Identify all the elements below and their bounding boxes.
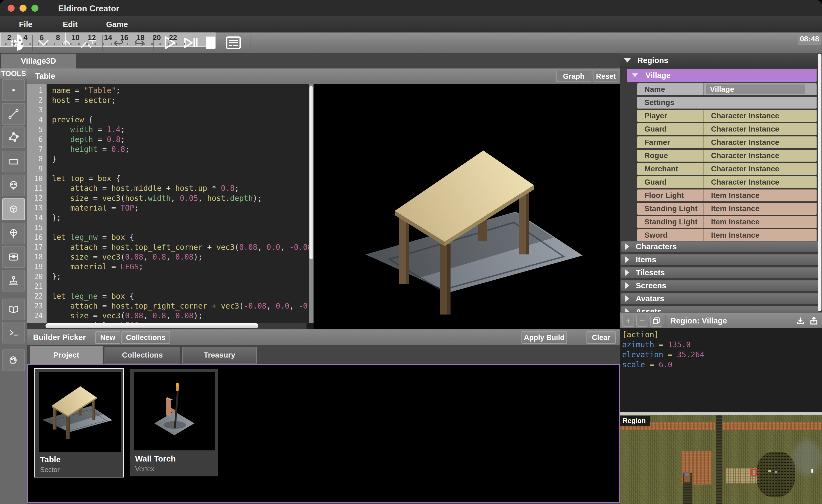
region-row-floor-light[interactable]: Floor LightItem Instance bbox=[637, 189, 817, 201]
region-row-standing-light[interactable]: Standing LightItem Instance bbox=[637, 216, 817, 228]
main-toolbar: ↩ ↪ 24681012141618202 bbox=[0, 32, 822, 54]
tab-project[interactable]: Project bbox=[30, 346, 103, 364]
menu-edit[interactable]: Edit bbox=[60, 19, 80, 29]
timeline-tick bbox=[135, 43, 136, 45]
map-character-sprite bbox=[684, 472, 691, 482]
timeline-number: 22 bbox=[169, 34, 177, 42]
import-icon[interactable] bbox=[794, 315, 806, 327]
new-button[interactable]: New bbox=[95, 331, 120, 344]
line-number: 8 bbox=[27, 155, 47, 163]
tools-sidebar: TOOLS bbox=[0, 68, 27, 504]
zoom-window-button[interactable] bbox=[31, 5, 38, 12]
card-subtitle: Sector bbox=[40, 466, 60, 474]
code-editor[interactable]: 1name = "Table";2host = sector;34preview… bbox=[27, 84, 314, 329]
row-label: Standing Light bbox=[637, 203, 704, 215]
tab-village3d[interactable]: Village3D bbox=[1, 54, 76, 68]
section-items[interactable]: Items bbox=[621, 254, 819, 265]
export-icon[interactable] bbox=[808, 315, 820, 327]
section-label: Items bbox=[636, 255, 656, 264]
chevron-down-icon bbox=[624, 58, 631, 62]
row-value: Character Instance bbox=[704, 163, 817, 175]
box-tool[interactable] bbox=[2, 198, 25, 220]
code-line: 11 attach = host.middle + host.up * 0.8; bbox=[27, 183, 314, 193]
palette-tool[interactable] bbox=[2, 350, 25, 371]
region-row-farmer[interactable]: FarmerCharacter Instance bbox=[637, 136, 817, 148]
tab-treasury[interactable]: Treasury bbox=[182, 347, 257, 364]
timeline-cursor[interactable] bbox=[65, 32, 66, 45]
region-row-sword[interactable]: SwordItem Instance bbox=[637, 229, 817, 241]
region-minimap[interactable]: Region bbox=[620, 415, 822, 504]
section-tilesets[interactable]: Tilesets bbox=[621, 267, 819, 278]
sector-tool[interactable] bbox=[2, 126, 25, 148]
line-number: 13 bbox=[27, 204, 47, 212]
book-tool[interactable] bbox=[2, 299, 25, 320]
line-number: 7 bbox=[27, 145, 47, 153]
chest-tool[interactable] bbox=[2, 246, 25, 268]
tree-tool[interactable] bbox=[2, 223, 25, 244]
card-table[interactable]: Table Sector bbox=[34, 368, 124, 477]
linedef-tool[interactable] bbox=[2, 103, 25, 125]
regions-section-header[interactable]: Regions bbox=[620, 53, 822, 68]
timeline-tick bbox=[111, 43, 112, 45]
region-settings-editor[interactable]: [action]azimuth = 135.0elevation = 35.26… bbox=[620, 328, 822, 412]
remove-button[interactable]: − bbox=[636, 315, 648, 327]
collections-button[interactable]: Collections bbox=[121, 331, 170, 344]
map-haze bbox=[792, 440, 822, 475]
window-title: Eldiron Creator bbox=[58, 4, 119, 14]
character-tool[interactable] bbox=[2, 174, 25, 196]
close-window-button[interactable] bbox=[8, 5, 15, 12]
panel-scrollbar[interactable] bbox=[818, 54, 821, 311]
section-avatars[interactable]: Avatars bbox=[621, 293, 819, 304]
timeline-number: 8 bbox=[56, 34, 60, 42]
section-screens[interactable]: Screens bbox=[621, 280, 819, 291]
code-vertical-scrollbar[interactable] bbox=[309, 84, 314, 323]
map-selection-rect bbox=[751, 469, 757, 476]
map-path bbox=[716, 415, 722, 504]
clear-button[interactable]: Clear bbox=[586, 331, 616, 344]
region-row-player[interactable]: PlayerCharacter Instance bbox=[637, 110, 817, 122]
terminal-tool[interactable] bbox=[2, 322, 25, 344]
region-row-merchant[interactable]: MerchantCharacter Instance bbox=[637, 163, 817, 175]
apply-build-button[interactable]: Apply Build bbox=[521, 331, 567, 344]
vertex-tool[interactable] bbox=[2, 79, 25, 101]
region-row-settings[interactable]: Settings bbox=[637, 97, 817, 108]
region-row-standing-light[interactable]: Standing LightItem Instance bbox=[637, 203, 817, 215]
tab-collections[interactable]: Collections bbox=[104, 347, 180, 364]
preview-viewport[interactable] bbox=[314, 84, 620, 329]
rect-tool[interactable] bbox=[2, 151, 25, 172]
region-row-name[interactable]: NameVillage bbox=[637, 83, 817, 95]
minimize-window-button[interactable] bbox=[19, 5, 27, 12]
code-line: 2host = sector; bbox=[27, 95, 314, 105]
region-item-village[interactable]: Village bbox=[627, 69, 817, 82]
code-line: 20}; bbox=[27, 272, 314, 282]
line-number: 19 bbox=[27, 263, 47, 271]
builder-tabs: Project Collections Treasury bbox=[27, 345, 620, 364]
stamp-tool[interactable] bbox=[2, 270, 25, 292]
row-label: Sword bbox=[637, 229, 704, 241]
timeline-tick bbox=[21, 43, 23, 45]
menu-file[interactable]: File bbox=[16, 19, 35, 29]
code-horizontal-scrollbar[interactable] bbox=[27, 323, 314, 329]
section-characters[interactable]: Characters bbox=[621, 241, 819, 252]
chevron-right-icon bbox=[625, 243, 629, 250]
name-input[interactable]: Village bbox=[704, 83, 817, 95]
card-title: Wall Torch bbox=[135, 454, 176, 463]
menu-game[interactable]: Game bbox=[103, 19, 131, 29]
stop-button[interactable] bbox=[202, 32, 219, 53]
card-wall-torch[interactable]: Wall Torch Vertex bbox=[130, 369, 218, 476]
region-row-guard[interactable]: GuardCharacter Instance bbox=[637, 123, 817, 135]
timeline-tick bbox=[46, 43, 47, 45]
region-row-guard[interactable]: GuardCharacter Instance bbox=[637, 176, 817, 188]
code-line: 6 depth = 0.8; bbox=[27, 134, 314, 144]
region-row-rogue[interactable]: RogueCharacter Instance bbox=[637, 150, 817, 161]
console-button[interactable] bbox=[224, 32, 243, 53]
code-line: azimuth = 135.0 bbox=[620, 340, 822, 350]
add-button[interactable]: + bbox=[622, 315, 634, 327]
line-number: 17 bbox=[27, 243, 47, 251]
code-line: scale = 6.0 bbox=[620, 360, 822, 370]
reset-button[interactable]: Reset bbox=[593, 71, 619, 82]
graph-button[interactable]: Graph bbox=[556, 71, 591, 82]
duplicate-button[interactable] bbox=[650, 315, 662, 327]
line-number: 1 bbox=[27, 86, 47, 94]
row-value: Item Instance bbox=[704, 203, 817, 215]
